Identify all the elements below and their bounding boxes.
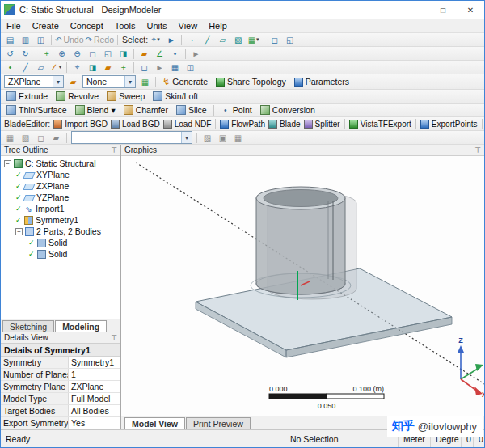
pin-icon[interactable]: ⊤: [474, 146, 481, 154]
selection-plane-button[interactable]: ▰: [49, 132, 63, 144]
model-canvas[interactable]: 0.000 0.100 (m) 0.050 Z Y: [121, 156, 485, 417]
rotate-left-button[interactable]: ↺: [3, 48, 17, 60]
undo-button[interactable]: ↶Undo: [55, 34, 84, 46]
open-button[interactable]: ▥: [19, 34, 32, 46]
details-row[interactable]: Model Type Full Model: [1, 393, 120, 405]
save-button[interactable]: ◫: [34, 34, 48, 46]
pan-button[interactable]: ＋: [40, 48, 53, 60]
details-row[interactable]: Target Bodies All Bodies: [1, 405, 120, 417]
skin-loft-button[interactable]: Skin/Loft: [149, 91, 202, 103]
active-sketch-select[interactable]: None ▾: [82, 75, 136, 88]
tree-node-symmetry1[interactable]: ✓ Symmetry1: [1, 214, 120, 226]
load-ndf-button[interactable]: Load NDF: [162, 118, 213, 130]
pin-icon[interactable]: ⊤: [111, 334, 117, 342]
tree-node-import1[interactable]: ✓ ⇘ Import1: [1, 203, 120, 214]
slice-display-button[interactable]: ▦: [231, 132, 245, 144]
selection-grid-button[interactable]: ▦: [3, 132, 17, 144]
display-axis-button[interactable]: ∠: [153, 48, 167, 60]
adjacent-filter-button[interactable]: ▦▾: [247, 34, 260, 46]
box-select-button[interactable]: ◻: [268, 34, 281, 46]
tab-model-view[interactable]: Model View: [124, 417, 185, 429]
face-view-button[interactable]: ◨: [86, 61, 99, 74]
tree-node-project[interactable]: − C: Static Structural: [1, 158, 120, 169]
tree-node-solid-1[interactable]: ✓ Solid: [1, 237, 120, 248]
point-snap-button[interactable]: •: [3, 61, 17, 74]
edge-filter-button[interactable]: ╱: [200, 34, 214, 46]
model-cylinder[interactable]: [251, 187, 356, 300]
thin-surface-button[interactable]: Thin/Surface: [2, 104, 71, 116]
pointer-button[interactable]: ►: [164, 34, 178, 46]
display-points-button[interactable]: •: [168, 48, 182, 60]
blade-button[interactable]: Blade: [267, 118, 302, 130]
collapse-icon[interactable]: −: [4, 160, 11, 167]
revolve-button[interactable]: Revolve: [52, 91, 103, 103]
redo-button[interactable]: ↷Redo: [86, 34, 115, 46]
tree-node-zxplane[interactable]: ✓ ZXPlane: [1, 180, 120, 192]
wireframe-button[interactable]: ◻: [137, 61, 151, 74]
previous-view-button[interactable]: ►: [189, 48, 203, 60]
edges-display-button[interactable]: ◫: [183, 61, 197, 74]
new-plane-button[interactable]: ▰: [66, 76, 80, 88]
chamfer-button[interactable]: Chamfer: [120, 104, 172, 116]
graphics-viewport[interactable]: 0.000 0.100 (m) 0.050 Z Y: [121, 156, 484, 416]
plane-snap-button[interactable]: ▱: [34, 61, 48, 74]
selection-body-button[interactable]: ▧: [19, 132, 32, 144]
tab-print-preview[interactable]: Print Preview: [186, 417, 251, 429]
details-row[interactable]: Symmetry Plane 1 ZXPlane: [1, 381, 120, 393]
zoom-box-button[interactable]: ◻: [86, 48, 99, 60]
new-file-button[interactable]: ▤: [3, 34, 17, 46]
extend-selection-button[interactable]: ◱: [283, 34, 297, 46]
zoom-fit-button[interactable]: ◱: [101, 48, 115, 60]
parameters-button[interactable]: Parameters: [290, 76, 353, 88]
details-row[interactable]: Export Symmetry Yes: [1, 417, 120, 429]
rotate-right-button[interactable]: ↻: [19, 48, 32, 60]
tree-node-solid-2[interactable]: ✓ Solid: [1, 248, 120, 260]
vistatf-export-button[interactable]: VistaTFExport: [348, 118, 413, 130]
tree-node-xyplane[interactable]: ✓ XYPlane: [1, 169, 120, 180]
tab-modeling[interactable]: Modeling: [55, 320, 107, 332]
face-filter-button[interactable]: ▱: [216, 34, 230, 46]
close-button[interactable]: ✕: [457, 1, 484, 19]
menu-help[interactable]: Help: [203, 21, 233, 31]
angle-button[interactable]: ∠▾: [49, 61, 63, 74]
maximize-button[interactable]: □: [429, 1, 457, 19]
menu-concept[interactable]: Concept: [65, 21, 109, 31]
flowpath-button[interactable]: FlowPath: [218, 118, 267, 130]
new-sketch-button[interactable]: ▦: [138, 76, 152, 88]
pick-button[interactable]: ►: [153, 61, 167, 74]
line-snap-button[interactable]: ╱: [19, 61, 32, 74]
splitter-button[interactable]: Splitter: [302, 118, 342, 130]
point-button[interactable]: •Point: [217, 104, 256, 116]
vertex-filter-button[interactable]: ∙: [185, 34, 199, 46]
frozen-display-button[interactable]: ▣: [216, 132, 230, 144]
shaded-button[interactable]: ▦: [168, 61, 182, 74]
blend-button[interactable]: Blend▾: [71, 104, 120, 116]
plane-tool-button[interactable]: ▰: [101, 61, 115, 74]
look-at-button[interactable]: ◨: [116, 48, 130, 60]
tree-node-yzplane[interactable]: ✓ YZPlane: [1, 192, 120, 203]
solid-display-button[interactable]: ▨: [200, 132, 214, 144]
tab-sketching[interactable]: Sketching: [2, 320, 54, 332]
collapse-icon[interactable]: −: [15, 228, 23, 235]
menu-file[interactable]: File: [1, 21, 27, 31]
aim-button[interactable]: ⌖: [70, 61, 84, 74]
conversion-button[interactable]: Conversion: [256, 104, 319, 116]
menu-tools[interactable]: Tools: [109, 21, 141, 31]
share-topology-button[interactable]: Share Topology: [212, 76, 290, 88]
zoom-in-button[interactable]: ⊕: [55, 48, 69, 60]
pin-icon[interactable]: ⊤: [111, 146, 117, 154]
load-bgd-button[interactable]: Load BGD: [109, 118, 162, 130]
zoom-out-button[interactable]: ⊖: [70, 48, 84, 60]
move-tool-button[interactable]: ＋: [116, 61, 130, 74]
slice-button[interactable]: Slice: [172, 104, 211, 116]
selection-box-button[interactable]: ◻: [34, 132, 48, 144]
import-bgd-button[interactable]: Import BGD: [52, 118, 109, 130]
export-points-button[interactable]: ExportPoints: [419, 118, 479, 130]
extrude-button[interactable]: Extrude: [2, 91, 52, 103]
orientation-triad[interactable]: Z Y X: [458, 336, 485, 399]
details-row[interactable]: Number of Planes 1: [1, 369, 120, 381]
tree-node-parts[interactable]: − 2 Parts, 2 Bodies: [1, 226, 120, 237]
details-row[interactable]: Symmetry Symmetry1: [1, 357, 120, 369]
generate-button[interactable]: ↯ Generate: [158, 76, 212, 88]
menu-units[interactable]: Units: [141, 21, 172, 31]
